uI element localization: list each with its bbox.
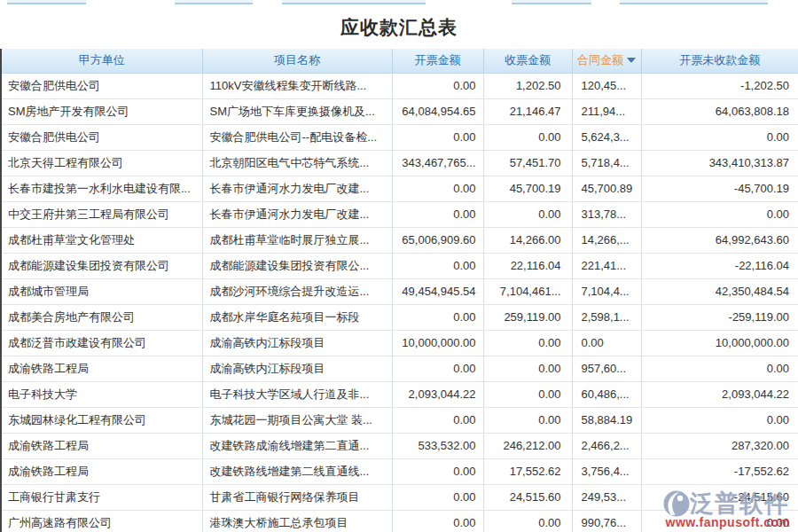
toolbar-button-stub[interactable] <box>620 0 768 4</box>
table-row[interactable]: 成都美合房地产有限公司成都水岸华庭名苑项目一标段0.00259,119.002,… <box>2 304 798 330</box>
cell-received: 57,451.70 <box>483 150 572 176</box>
cell-invoiced: 0.00 <box>392 356 483 381</box>
cell-project: 电子科技大学区域人行道及非... <box>202 381 392 407</box>
cell-unpaid: -45,700.19 <box>641 176 798 201</box>
cell-contract: 5,718,4... <box>572 150 641 176</box>
cell-contract: 60,486,... <box>572 381 641 407</box>
cell-unpaid: 2,093,044.22 <box>641 381 798 407</box>
cell-client: SM房地产开发有限公司 <box>2 98 202 124</box>
cell-contract: 120,45... <box>572 73 641 98</box>
sort-desc-icon[interactable] <box>627 58 636 63</box>
cell-invoiced: 65,006,909.60 <box>392 227 483 253</box>
col-header-project[interactable]: 项目名称 <box>202 49 392 73</box>
cell-contract: 249,53... <box>572 484 641 510</box>
table-row[interactable]: 成都泛普市政建设有限公司成渝高铁内江标段项目10,000,000.000.000… <box>2 330 798 356</box>
cell-unpaid: 343,410,313.87 <box>641 150 798 176</box>
cell-received: 1,202.50 <box>483 73 572 98</box>
cell-invoiced: 0.00 <box>392 253 483 278</box>
cell-client: 长春市建投第一水利水电建设有限... <box>2 176 202 201</box>
cell-client: 安徽合肥供电公司 <box>2 73 202 98</box>
cell-project: 安徽合肥供电公司--配电设备检... <box>202 124 392 150</box>
cell-unpaid: 0.00 <box>641 124 798 150</box>
cell-contract: 0.00 <box>572 330 641 356</box>
cell-client: 东城园林绿化工程有限公司 <box>2 407 202 433</box>
toolbar-button-stub[interactable] <box>282 0 426 4</box>
cell-unpaid: 0.00 <box>641 356 798 381</box>
cell-project: 成都杜甫草堂临时展厅独立展... <box>202 227 392 253</box>
table-row[interactable]: 成渝铁路工程局改建铁路线增建第二线直通线...0.0017,552.623,75… <box>2 458 798 484</box>
table-row[interactable]: 成都能源建设集团投资有限公司成都能源建设集团投资有限公...0.0022,116… <box>2 253 798 278</box>
table-row[interactable]: 中交王府井第三工程局有限公司长春市伊通河水力发电厂改建...0.000.0031… <box>2 201 798 227</box>
cell-client: 广州高速路有限公司 <box>2 510 202 532</box>
cell-unpaid: 42,350,484.54 <box>641 278 798 304</box>
table-row[interactable]: SM房地产开发有限公司SM广场地下车库更换摄像机及...64,084,954.6… <box>2 98 798 124</box>
cell-invoiced: 64,084,954.65 <box>392 98 483 124</box>
cell-received: 0.00 <box>483 510 572 532</box>
cell-contract: 5,624,3... <box>572 124 641 150</box>
cell-project: 成渝高铁内江标段项目 <box>202 356 392 381</box>
cell-unpaid: 0.00 <box>641 407 798 433</box>
table-row[interactable]: 广州高速路有限公司港珠澳大桥施工总承包项目0.000.00990,76...0.… <box>2 510 798 532</box>
cell-invoiced: 533,532.00 <box>392 433 483 458</box>
table-row[interactable]: 成渝铁路工程局成渝高铁内江标段项目0.000.00957,60...0.00 <box>2 356 798 381</box>
cell-received: 259,119.00 <box>483 304 572 330</box>
table-row[interactable]: 成都城市管理局成都沙河环境综合提升改造运...49,454,945.547,10… <box>2 278 798 304</box>
cell-contract: 313,78... <box>572 201 641 227</box>
table-row[interactable]: 电子科技大学电子科技大学区域人行道及非...2,093,044.220.0060… <box>2 381 798 407</box>
cell-contract: 7,104,4... <box>572 278 641 304</box>
cell-contract: 14,266,... <box>572 227 641 253</box>
cell-unpaid: 64,063,808.18 <box>641 98 798 124</box>
title-bar: 应收款汇总表 <box>0 0 798 49</box>
cell-project: 改建铁路成渝线增建第二直通... <box>202 433 392 458</box>
cell-invoiced: 0.00 <box>392 176 483 201</box>
toolbar-button-stub[interactable] <box>175 0 253 4</box>
table-row[interactable]: 安徽合肥供电公司110kV安徽线程集变开断线路...0.001,202.5012… <box>2 73 798 98</box>
cell-client: 成渝铁路工程局 <box>2 433 202 458</box>
cell-project: 改建铁路线增建第二线直通线... <box>202 458 392 484</box>
cell-contract: 221,41... <box>572 253 641 278</box>
cell-received: 0.00 <box>483 407 572 433</box>
col-header-unpaid[interactable]: 开票未收款金额 <box>641 49 798 73</box>
table-row[interactable]: 北京天得工程有限公司北京朝阳区电气中芯特气系统...343,467,765...… <box>2 150 798 176</box>
cell-client: 成都城市管理局 <box>2 278 202 304</box>
cell-received: 22,116.04 <box>483 253 572 278</box>
cell-contract: 58,884.19 <box>572 407 641 433</box>
cell-client: 工商银行甘肃支行 <box>2 484 202 510</box>
cell-unpaid: -17,552.62 <box>641 458 798 484</box>
table-row[interactable]: 成渝铁路工程局改建铁路成渝线增建第二直通...533,532.00246,212… <box>2 433 798 458</box>
cell-client: 成都美合房地产有限公司 <box>2 304 202 330</box>
cell-invoiced: 10,000,000.00 <box>392 330 483 356</box>
cell-received: 14,266.00 <box>483 227 572 253</box>
col-header-received[interactable]: 收票金额 <box>483 49 572 73</box>
cell-invoiced: 0.00 <box>392 73 483 98</box>
page-title: 应收款汇总表 <box>340 17 458 37</box>
table-row[interactable]: 工商银行甘肃支行甘肃省工商银行网络保养项目0.0024,515.60249,53… <box>2 484 798 510</box>
cell-client: 成渝铁路工程局 <box>2 356 202 381</box>
cell-unpaid: -24,515.60 <box>641 484 798 510</box>
cell-unpaid: -1,202.50 <box>641 73 798 98</box>
cell-received: 0.00 <box>483 201 572 227</box>
table-row[interactable]: 成都杜甫草堂文化管理处成都杜甫草堂临时展厅独立展...65,006,909.60… <box>2 227 798 253</box>
table-row[interactable]: 东城园林绿化工程有限公司东城花园一期项目公寓大堂 装...0.000.0058,… <box>2 407 798 433</box>
cell-project: 成都水岸华庭名苑项目一标段 <box>202 304 392 330</box>
cell-client: 电子科技大学 <box>2 381 202 407</box>
toolbar-button-stub[interactable] <box>7 0 86 4</box>
cell-received: 246,212.00 <box>483 433 572 458</box>
cell-contract: 2,466,2... <box>572 433 641 458</box>
cell-client: 安徽合肥供电公司 <box>2 124 202 150</box>
col-header-invoiced[interactable]: 开票金额 <box>392 49 483 73</box>
cell-unpaid: 64,992,643.60 <box>641 227 798 253</box>
cell-client: 成都能源建设集团投资有限公司 <box>2 253 202 278</box>
col-header-label: 合同金额 <box>577 52 623 68</box>
cell-received: 21,146.47 <box>483 98 572 124</box>
col-header-label: 收票金额 <box>505 53 551 66</box>
table-header-row: 甲方单位 项目名称 开票金额 收票金额 合同金额 开票未收款金额 <box>2 49 798 73</box>
col-header-contract[interactable]: 合同金额 <box>572 49 641 73</box>
table-row[interactable]: 长春市建投第一水利水电建设有限...长春市伊通河水力发电厂改建...0.0045… <box>2 176 798 201</box>
cell-invoiced: 0.00 <box>392 407 483 433</box>
cell-received: 0.00 <box>483 356 572 381</box>
col-header-client[interactable]: 甲方单位 <box>2 49 202 73</box>
table-row[interactable]: 安徽合肥供电公司安徽合肥供电公司--配电设备检...0.000.005,624,… <box>2 124 798 150</box>
cell-project: 北京朝阳区电气中芯特气系统... <box>202 150 392 176</box>
toolbar-button-stub[interactable] <box>512 0 591 4</box>
